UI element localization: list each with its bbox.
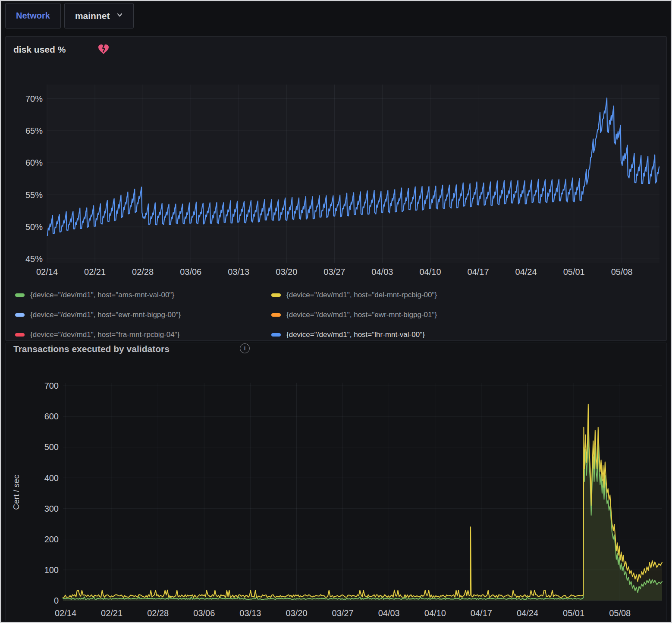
x-tick-label: 03/13 [228, 267, 249, 277]
panel-disk-used: disk used % 02/1402/2102/2803/0603/1303/… [5, 36, 667, 341]
y-tick-label: 65% [25, 126, 43, 135]
legend-item-ewr-mnt-bigpg-01[interactable]: {device="/dev/md1", host="ewr-mnt-bigpg-… [271, 311, 658, 319]
series-line-validators-yellow [63, 404, 662, 598]
grafana-dashboard: Network mainnet disk used % 02/1402/2102… [0, 0, 672, 623]
x-tick-label: 04/10 [419, 267, 441, 277]
legend-label[interactable]: {device="/dev/md1", host="fra-mnt-rpcbig… [30, 330, 179, 339]
legend-label[interactable]: {device="/dev/md1", host="lhr-mnt-val-00… [286, 330, 425, 339]
y-tick-label: 200 [44, 535, 59, 544]
y-tick-label: 300 [44, 504, 59, 513]
x-tick-label: 05/08 [611, 267, 633, 277]
y-tick-label: 60% [25, 158, 43, 167]
network-variable-value[interactable]: mainnet [75, 11, 110, 21]
panel-transactions: Transactions executed by validators i Ce… [5, 343, 667, 621]
legend-label[interactable]: {device="/dev/md1", host="ewr-mnt-bigpg-… [286, 311, 437, 319]
x-tick-label: 03/13 [239, 608, 261, 618]
transactions-chart[interactable]: 02/1402/2102/2803/0603/1303/2003/2704/03… [6, 343, 666, 621]
y-tick-label: 400 [44, 473, 59, 483]
disk-used-legend: {device="/dev/md1", host="ams-mnt-val-00… [15, 285, 658, 345]
y-tick-label: 600 [44, 412, 59, 421]
x-tick-label: 05/01 [563, 608, 584, 618]
x-tick-label: 04/17 [471, 608, 492, 618]
y-tick-label: 50% [25, 222, 43, 232]
legend-item-ams-mnt-val-00[interactable]: {device="/dev/md1", host="ams-mnt-val-00… [15, 291, 271, 299]
series-fill-validators-yellow [63, 404, 662, 601]
y-tick-label: 100 [44, 565, 59, 575]
y-tick-label: 55% [25, 190, 43, 200]
network-variable-dropdown[interactable]: mainnet [64, 3, 134, 28]
x-tick-label: 03/06 [193, 608, 215, 618]
x-tick-label: 04/03 [378, 608, 400, 618]
legend-swatch [271, 333, 281, 337]
x-tick-label: 02/28 [132, 267, 154, 277]
legend-swatch [271, 293, 281, 297]
legend-label[interactable]: {device="/dev/md1", host="ewr-mnt-bigpg-… [30, 311, 181, 319]
x-tick-label: 03/27 [332, 608, 354, 618]
legend-item-fra-mnt-rpcbig-04[interactable]: {device="/dev/md1", host="fra-mnt-rpcbig… [15, 330, 271, 339]
legend-swatch [15, 333, 25, 337]
x-tick-label: 03/27 [323, 267, 345, 277]
x-tick-label: 02/14 [36, 267, 58, 277]
x-tick-label: 03/20 [286, 608, 307, 618]
legend-item-lhr-mnt-val-00[interactable]: {device="/dev/md1", host="lhr-mnt-val-00… [271, 330, 658, 339]
network-variable-label-box: Network [5, 3, 61, 28]
series-line-validators-green [63, 419, 662, 599]
legend-label[interactable]: {device="/dev/md1", host="del-mnt-rpcbig… [286, 291, 437, 299]
y-tick-label: 70% [25, 94, 43, 104]
x-tick-label: 04/24 [515, 267, 537, 277]
legend-swatch [15, 313, 25, 317]
legend-item-ewr-mnt-bigpg-00[interactable]: {device="/dev/md1", host="ewr-mnt-bigpg-… [15, 311, 271, 319]
legend-item-del-mnt-rpcbig-00[interactable]: {device="/dev/md1", host="del-mnt-rpcbig… [271, 291, 658, 299]
legend-label[interactable]: {device="/dev/md1", host="ams-mnt-val-00… [30, 291, 174, 299]
plot-area [47, 85, 659, 263]
x-tick-label: 02/14 [55, 608, 76, 618]
x-tick-label: 03/06 [180, 267, 201, 277]
y-tick-label: 0 [54, 596, 59, 605]
series-fill-validators-green [63, 419, 662, 601]
x-tick-label: 05/08 [609, 608, 631, 618]
x-tick-label: 04/10 [424, 608, 446, 618]
x-tick-label: 02/21 [84, 267, 106, 277]
x-tick-label: 02/28 [147, 608, 169, 618]
variable-bar: Network mainnet [5, 3, 134, 29]
x-tick-label: 04/03 [371, 267, 393, 277]
x-tick-label: 02/21 [101, 608, 122, 618]
y-tick-label: 700 [44, 381, 59, 390]
network-variable-label: Network [16, 11, 50, 21]
y-tick-label: 45% [25, 254, 43, 264]
legend-swatch [15, 293, 25, 297]
legend-swatch [271, 313, 281, 317]
x-tick-label: 04/17 [468, 267, 489, 277]
x-tick-label: 04/24 [517, 608, 538, 618]
y-tick-label: 500 [44, 442, 59, 452]
chevron-down-icon [116, 12, 123, 20]
x-tick-label: 03/20 [276, 267, 297, 277]
x-tick-label: 05/01 [563, 267, 585, 277]
